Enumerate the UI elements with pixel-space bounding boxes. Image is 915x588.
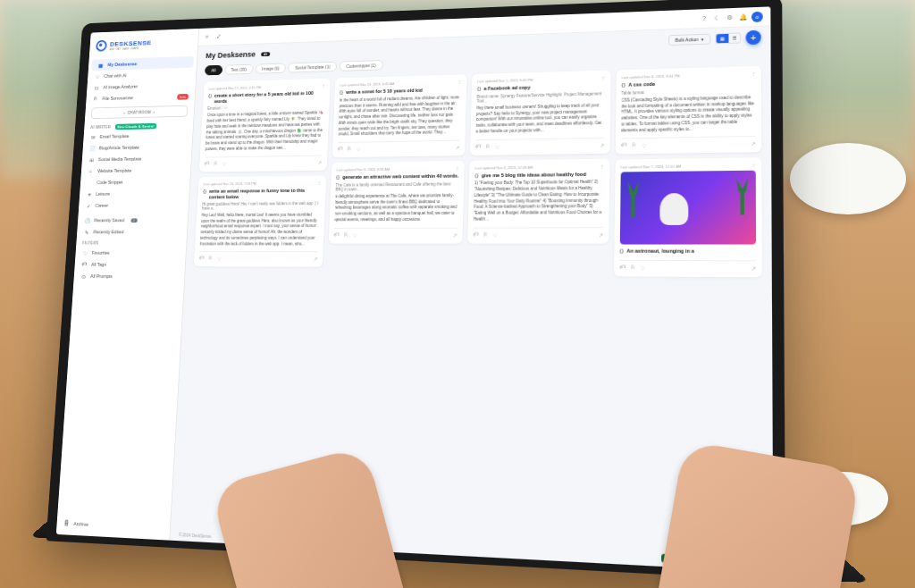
card-6[interactable]: Last updated Nov 6, 2023, 8:44 PM⋮{}A cs… (615, 66, 761, 155)
copy-icon[interactable]: ⎘ (344, 231, 348, 238)
sidebar-filter-icon-2: ⊙ (80, 273, 87, 280)
sidebar-writer-icon-2: ⊞ (88, 156, 95, 163)
code-icon: {} (336, 174, 340, 181)
share-icon[interactable]: ↗ (600, 141, 604, 147)
card-5[interactable]: Last updated Nov 6, 2023, 12:43 AM⋮{}giv… (467, 158, 609, 243)
tab-1[interactable]: Text (35) (224, 64, 254, 75)
heart-icon[interactable]: ♡ (640, 265, 644, 271)
tag-icon[interactable]: 🏷 (333, 231, 339, 238)
card-subtitle: Brand name: Synergy Feature/Service High… (476, 91, 604, 103)
card-meta: Last updated Mar 27, 2024, 4:45 PM⋮ (208, 83, 324, 90)
copy-icon[interactable]: ⎘ (214, 161, 217, 167)
logo-icon (96, 40, 107, 52)
more-icon[interactable]: ⋮ (601, 76, 605, 80)
tag-icon[interactable]: 🏷 (619, 265, 625, 271)
grid-view-icon[interactable]: ▦ (717, 34, 729, 43)
sidebar-recent-0[interactable]: 🕐Recently Saved2 (78, 214, 189, 226)
heart-icon[interactable]: ♡ (492, 231, 497, 238)
copy-icon[interactable]: ⎘ (631, 265, 634, 271)
copy-icon[interactable]: ⎘ (632, 142, 635, 148)
sidebar-writer-5[interactable]: ☀Leisure (80, 187, 189, 199)
sidebar-writer-icon-3: ⌂ (88, 168, 94, 174)
tag-icon[interactable]: 🏷 (337, 147, 342, 153)
more-icon[interactable]: ⋮ (600, 164, 603, 168)
card-body: Hey there small business owners! Struggl… (475, 103, 604, 135)
astronaut-illustration (660, 193, 689, 225)
user-avatar[interactable]: o (751, 11, 763, 21)
add-button[interactable]: + (746, 30, 761, 46)
sidebar-writer-4[interactable]: Code Snippet (80, 175, 190, 188)
more-icon[interactable]: ⋮ (322, 83, 325, 88)
card-body: Hey Leo! Well, hello there, mortal Leo! … (200, 213, 320, 248)
card-title: {}generate an attractive web content wit… (336, 173, 459, 181)
ai-writer-new-badge: New Claude & Gemini (114, 123, 156, 130)
card-3[interactable]: Last updated Nov 9, 2023, 8:30 AM⋮{}gene… (328, 161, 465, 243)
sidebar-primary-icon-0: ▦ (97, 62, 104, 68)
copy-icon[interactable]: ⎘ (486, 143, 490, 149)
card-subtitle: Table format (621, 88, 755, 96)
tab-3[interactable]: Social Template (1) (289, 62, 338, 73)
code-icon: {} (619, 248, 624, 256)
chevron-left-icon: ‹ (123, 110, 125, 114)
heart-icon[interactable]: ♡ (217, 256, 222, 262)
tag-icon[interactable]: 🏷 (199, 256, 205, 262)
share-icon[interactable]: ↗ (317, 159, 322, 165)
share-icon[interactable]: ↗ (313, 256, 317, 262)
heart-icon[interactable]: ♡ (356, 146, 360, 152)
share-icon[interactable]: ↗ (751, 265, 757, 272)
card-title: {}An astronaut, lounging in a (619, 248, 756, 256)
sidebar-recent-1[interactable]: ✎Recently Edited (77, 226, 188, 238)
sidebar-primary-3[interactable]: ⎘File Summarizerbeta (86, 90, 195, 105)
menu-icon[interactable]: ≡ (205, 33, 212, 40)
tag-icon[interactable]: 🏷 (205, 161, 210, 167)
sidebar-writer-6[interactable]: ✓Career (79, 199, 189, 212)
card-7[interactable]: Last updated Nov 7, 2023, 12:41 AM⋮ {}An… (614, 158, 762, 278)
copy-icon[interactable]: ⎘ (209, 256, 213, 262)
share-icon[interactable]: ↗ (598, 231, 602, 238)
gear-icon[interactable]: ⚙ (726, 13, 734, 21)
more-icon[interactable]: ⋮ (317, 181, 321, 185)
list-view-icon[interactable]: ☰ (728, 33, 740, 42)
bell-icon[interactable]: 🔔 (739, 13, 747, 21)
share-icon[interactable]: ↗ (455, 145, 459, 151)
sidebar-filter-2[interactable]: ⊙All Prompts (73, 270, 184, 282)
expand-icon[interactable]: ⤢ (216, 33, 223, 40)
tab-4[interactable]: Codesnippet (1) (340, 60, 383, 71)
view-toggle[interactable]: ▦ ☰ (716, 32, 742, 44)
brand-logo[interactable]: DESKSENSE ASK · GET · SAVE · SHARE (89, 33, 198, 55)
help-icon[interactable]: ? (702, 14, 709, 21)
sidebar-primary-icon-3: ⎘ (92, 96, 98, 102)
chat-room-button[interactable]: ‹ CHAT ROOM › (91, 105, 188, 119)
tag-icon[interactable]: 🏷 (473, 231, 478, 238)
copy-icon[interactable]: ⎘ (483, 231, 487, 238)
card-meta: Last updated Nov 7, 2023, 12:41 AM⋮ (620, 164, 756, 170)
sidebar-filter-0[interactable]: ♡Favorites (75, 247, 186, 258)
tab-0[interactable]: All (205, 65, 222, 76)
more-icon[interactable]: ⋮ (456, 166, 459, 171)
card-grid: Last updated Mar 27, 2024, 4:45 PM⋮{}cre… (185, 62, 772, 281)
more-icon[interactable]: ⋮ (751, 164, 755, 168)
copy-icon[interactable]: ⎘ (347, 147, 350, 153)
card-4[interactable]: Last updated Nov 5, 2023, 9:46 PM⋮{}a Fa… (470, 71, 610, 155)
card-1[interactable]: Last updated Nov 20, 2023, 7:03 PM⋮{}wri… (194, 175, 326, 267)
card-0[interactable]: Last updated Mar 27, 2024, 4:45 PM⋮{}cre… (199, 79, 331, 172)
heart-icon[interactable]: ♡ (495, 143, 499, 149)
moon-icon[interactable]: ☾ (715, 14, 722, 21)
heart-icon[interactable]: ♡ (352, 231, 357, 238)
bulk-action-dropdown[interactable]: Bulk Action ▾ (668, 34, 710, 46)
sidebar-item-archive[interactable]: 🗄 Archive (56, 517, 170, 534)
share-icon[interactable]: ↗ (452, 231, 457, 238)
heart-icon[interactable]: ♡ (641, 142, 645, 148)
heart-icon[interactable]: ♡ (222, 160, 226, 166)
sidebar-writer-icon-0: ✉ (89, 133, 96, 139)
sidebar-filter-1[interactable]: 🏷All Tags (74, 258, 185, 271)
sidebar-filter-icon-1: 🏷 (80, 261, 87, 267)
tab-2[interactable]: Image (6) (256, 63, 287, 74)
sidebar-writer-icon-4 (87, 179, 93, 185)
tag-icon[interactable]: 🏷 (621, 143, 626, 149)
tag-icon[interactable]: 🏷 (475, 144, 481, 150)
card-2[interactable]: Last updated Nov 24, 2023, 6:40 AM⋮{}wri… (332, 74, 466, 157)
more-icon[interactable]: ⋮ (458, 80, 461, 84)
more-icon[interactable]: ⋮ (751, 71, 755, 76)
share-icon[interactable]: ↗ (751, 140, 755, 147)
